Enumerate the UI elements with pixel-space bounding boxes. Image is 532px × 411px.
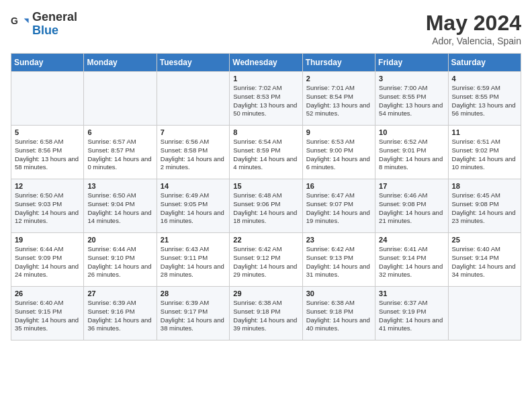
day-header-monday: Monday — [84, 54, 157, 72]
location: Ador, Valencia, Spain — [426, 36, 521, 46]
calendar-cell: 30Sunrise: 6:38 AMSunset: 9:18 PMDayligh… — [302, 287, 375, 340]
logo: G GeneralBlue — [11, 11, 77, 38]
day-header-saturday: Saturday — [448, 54, 521, 72]
svg-text:G: G — [11, 15, 18, 26]
day-number: 7 — [161, 128, 226, 136]
cell-info: Sunrise: 6:57 AMSunset: 8:57 PMDaylight:… — [87, 138, 152, 172]
calendar-cell: 27Sunrise: 6:39 AMSunset: 9:16 PMDayligh… — [84, 287, 157, 340]
cell-info: Sunrise: 6:43 AMSunset: 9:11 PMDaylight:… — [161, 245, 226, 279]
cell-info: Sunrise: 6:46 AMSunset: 9:08 PMDaylight:… — [379, 191, 444, 226]
day-number: 2 — [306, 75, 371, 83]
calendar-week-row: 1Sunrise: 7:02 AMSunset: 8:53 PMDaylight… — [11, 72, 521, 126]
cell-info: Sunrise: 6:39 AMSunset: 9:17 PMDaylight:… — [161, 299, 226, 333]
calendar-cell: 19Sunrise: 6:44 AMSunset: 9:09 PMDayligh… — [11, 233, 84, 287]
day-number: 4 — [452, 75, 517, 83]
calendar-cell: 18Sunrise: 6:45 AMSunset: 9:08 PMDayligh… — [448, 179, 521, 233]
svg-marker-1 — [24, 18, 29, 23]
cell-info: Sunrise: 6:53 AMSunset: 9:00 PMDaylight:… — [306, 138, 371, 172]
cell-info: Sunrise: 6:40 AMSunset: 9:15 PMDaylight:… — [15, 299, 80, 333]
calendar-cell: 25Sunrise: 6:40 AMSunset: 9:14 PMDayligh… — [448, 233, 521, 287]
day-number: 16 — [306, 182, 371, 190]
day-number: 23 — [306, 236, 371, 244]
cell-info: Sunrise: 6:42 AMSunset: 9:13 PMDaylight:… — [306, 245, 371, 279]
calendar-cell: 23Sunrise: 6:42 AMSunset: 9:13 PMDayligh… — [302, 233, 375, 287]
calendar-cell: 17Sunrise: 6:46 AMSunset: 9:08 PMDayligh… — [375, 179, 448, 233]
calendar-cell: 14Sunrise: 6:49 AMSunset: 9:05 PMDayligh… — [157, 179, 229, 233]
cell-info: Sunrise: 6:39 AMSunset: 9:16 PMDaylight:… — [87, 299, 152, 333]
cell-info: Sunrise: 6:50 AMSunset: 9:04 PMDaylight:… — [87, 191, 152, 226]
calendar-cell: 20Sunrise: 6:44 AMSunset: 9:10 PMDayligh… — [84, 233, 157, 287]
calendar-week-row: 12Sunrise: 6:50 AMSunset: 9:03 PMDayligh… — [11, 179, 521, 233]
cell-info: Sunrise: 6:52 AMSunset: 9:01 PMDaylight:… — [379, 138, 444, 172]
day-header-friday: Friday — [375, 54, 448, 72]
calendar-cell: 21Sunrise: 6:43 AMSunset: 9:11 PMDayligh… — [157, 233, 229, 287]
cell-info: Sunrise: 6:45 AMSunset: 9:08 PMDaylight:… — [452, 191, 517, 226]
day-number: 8 — [233, 128, 298, 136]
cell-info: Sunrise: 7:02 AMSunset: 8:53 PMDaylight:… — [233, 84, 298, 118]
calendar-header-row: SundayMondayTuesdayWednesdayThursdayFrid… — [11, 54, 521, 72]
day-number: 11 — [452, 128, 517, 136]
cell-info: Sunrise: 6:40 AMSunset: 9:14 PMDaylight:… — [452, 245, 517, 279]
day-header-tuesday: Tuesday — [157, 54, 229, 72]
calendar-cell: 29Sunrise: 6:38 AMSunset: 9:18 PMDayligh… — [230, 287, 302, 340]
calendar-cell: 31Sunrise: 6:37 AMSunset: 9:19 PMDayligh… — [375, 287, 448, 340]
calendar-cell: 9Sunrise: 6:53 AMSunset: 9:00 PMDaylight… — [302, 126, 375, 179]
day-number: 31 — [379, 289, 444, 298]
day-number: 6 — [87, 128, 152, 136]
cell-info: Sunrise: 6:44 AMSunset: 9:09 PMDaylight:… — [15, 245, 80, 279]
day-number: 1 — [233, 75, 298, 83]
day-number: 13 — [87, 182, 152, 190]
calendar-cell — [11, 72, 84, 126]
calendar-cell: 15Sunrise: 6:48 AMSunset: 9:06 PMDayligh… — [230, 179, 302, 233]
day-number: 12 — [15, 182, 80, 190]
day-number: 18 — [452, 182, 517, 190]
calendar-cell: 6Sunrise: 6:57 AMSunset: 8:57 PMDaylight… — [84, 126, 157, 179]
calendar-cell: 1Sunrise: 7:02 AMSunset: 8:53 PMDaylight… — [230, 72, 302, 126]
title-block: May 2024 Ador, Valencia, Spain — [426, 11, 521, 46]
day-number: 30 — [306, 289, 371, 298]
day-number: 17 — [379, 182, 444, 190]
calendar-cell: 12Sunrise: 6:50 AMSunset: 9:03 PMDayligh… — [11, 179, 84, 233]
cell-info: Sunrise: 6:42 AMSunset: 9:12 PMDaylight:… — [233, 245, 298, 279]
cell-info: Sunrise: 6:41 AMSunset: 9:14 PMDaylight:… — [379, 245, 444, 279]
day-number: 28 — [161, 289, 226, 298]
calendar-cell: 2Sunrise: 7:01 AMSunset: 8:54 PMDaylight… — [302, 72, 375, 126]
day-number: 26 — [15, 289, 80, 298]
cell-info: Sunrise: 6:48 AMSunset: 9:06 PMDaylight:… — [233, 191, 298, 226]
day-number: 27 — [87, 289, 152, 298]
cell-info: Sunrise: 6:58 AMSunset: 8:56 PMDaylight:… — [15, 138, 80, 172]
calendar-cell — [84, 72, 157, 126]
calendar-cell: 10Sunrise: 6:52 AMSunset: 9:01 PMDayligh… — [375, 126, 448, 179]
calendar-week-row: 26Sunrise: 6:40 AMSunset: 9:15 PMDayligh… — [11, 287, 521, 340]
day-number: 9 — [306, 128, 371, 136]
month-year: May 2024 — [426, 11, 521, 36]
day-number: 29 — [233, 289, 298, 298]
calendar-cell: 28Sunrise: 6:39 AMSunset: 9:17 PMDayligh… — [157, 287, 229, 340]
day-header-thursday: Thursday — [302, 54, 375, 72]
day-number: 5 — [15, 128, 80, 136]
cell-info: Sunrise: 6:49 AMSunset: 9:05 PMDaylight:… — [161, 191, 226, 226]
cell-info: Sunrise: 6:50 AMSunset: 9:03 PMDaylight:… — [15, 191, 80, 226]
calendar-cell: 16Sunrise: 6:47 AMSunset: 9:07 PMDayligh… — [302, 179, 375, 233]
calendar-week-row: 5Sunrise: 6:58 AMSunset: 8:56 PMDaylight… — [11, 126, 521, 179]
cell-info: Sunrise: 6:37 AMSunset: 9:19 PMDaylight:… — [379, 299, 444, 333]
day-number: 14 — [161, 182, 226, 190]
calendar-cell: 4Sunrise: 6:59 AMSunset: 8:55 PMDaylight… — [448, 72, 521, 126]
day-number: 22 — [233, 236, 298, 244]
cell-info: Sunrise: 6:38 AMSunset: 9:18 PMDaylight:… — [306, 299, 371, 333]
day-header-sunday: Sunday — [11, 54, 84, 72]
calendar-cell: 5Sunrise: 6:58 AMSunset: 8:56 PMDaylight… — [11, 126, 84, 179]
day-number: 19 — [15, 236, 80, 244]
cell-info: Sunrise: 6:38 AMSunset: 9:18 PMDaylight:… — [233, 299, 298, 333]
cell-info: Sunrise: 6:56 AMSunset: 8:58 PMDaylight:… — [161, 138, 226, 172]
calendar-cell: 13Sunrise: 6:50 AMSunset: 9:04 PMDayligh… — [84, 179, 157, 233]
logo-icon: G — [11, 15, 30, 34]
calendar-cell — [157, 72, 229, 126]
cell-info: Sunrise: 7:01 AMSunset: 8:54 PMDaylight:… — [306, 84, 371, 118]
cell-info: Sunrise: 6:51 AMSunset: 9:02 PMDaylight:… — [452, 138, 517, 172]
calendar-cell: 26Sunrise: 6:40 AMSunset: 9:15 PMDayligh… — [11, 287, 84, 340]
cell-info: Sunrise: 6:59 AMSunset: 8:55 PMDaylight:… — [452, 84, 517, 118]
calendar-cell: 22Sunrise: 6:42 AMSunset: 9:12 PMDayligh… — [230, 233, 302, 287]
day-number: 15 — [233, 182, 298, 190]
calendar-cell: 11Sunrise: 6:51 AMSunset: 9:02 PMDayligh… — [448, 126, 521, 179]
